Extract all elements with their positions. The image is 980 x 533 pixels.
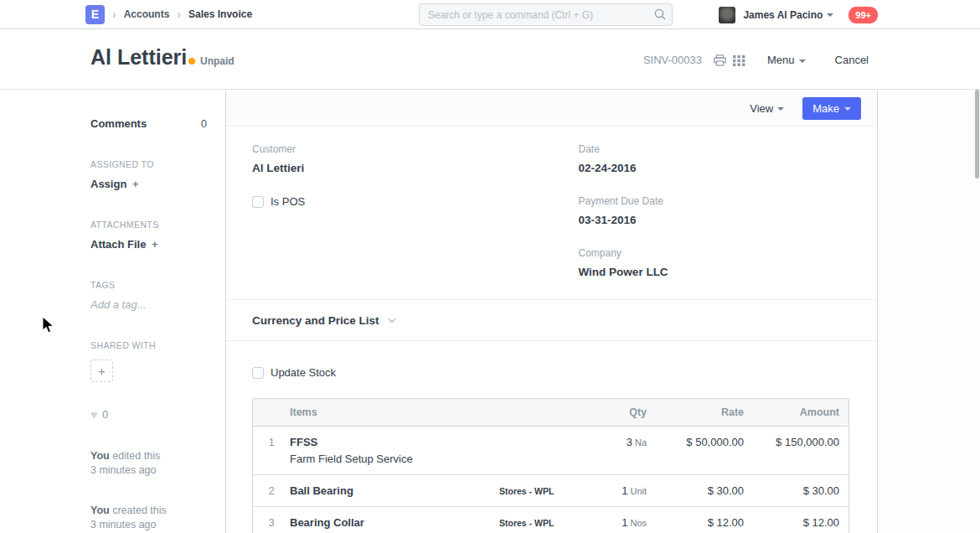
field-section: Customer Al Lettieri Is POS Date 02-24-2… — [252, 127, 849, 299]
share-add-button[interactable]: + — [90, 360, 113, 382]
comments-link[interactable]: Comments — [90, 117, 147, 130]
attach-file-label: Attach File — [90, 238, 146, 251]
date-field[interactable]: Date 02-24-2016 — [579, 143, 850, 174]
currency-price-list-section[interactable]: Currency and Price List — [252, 300, 849, 340]
row-item-cell: FFSS Farm Field Setup Service — [290, 436, 499, 465]
activity-action: edited this — [112, 450, 160, 462]
page-title: Al Lettieri — [90, 45, 187, 70]
user-avatar[interactable] — [719, 7, 735, 23]
table-row[interactable]: 3 Bearing Collar Stores - WPL 1Nos $ 12.… — [253, 506, 848, 533]
notifications-badge[interactable]: 99+ — [848, 7, 878, 23]
update-stock-field[interactable]: Update Stock — [252, 366, 849, 379]
activity-created: You created this 3 minutes ago — [90, 504, 206, 532]
sales-invoice-page: E › Accounts › Sales Invoice James Al Pa… — [0, 0, 980, 533]
shared-with-label: SHARED WITH — [90, 340, 206, 350]
status-dot-icon — [188, 58, 195, 65]
tags-label: TAGS — [90, 280, 206, 290]
item-qty: 3Na — [591, 436, 647, 448]
attachments-label: ATTACHMENTS — [90, 220, 206, 230]
user-menu[interactable]: James Al Pacino — [743, 9, 823, 21]
company-field[interactable]: Company Wind Power LLC — [579, 247, 850, 278]
qty-uom: Nos — [630, 518, 647, 528]
vertical-scrollbar[interactable] — [975, 90, 979, 179]
search-icon — [654, 8, 666, 20]
col-rate: Rate — [647, 406, 744, 418]
col-warehouse — [499, 411, 591, 413]
row-index: 3 — [253, 516, 290, 529]
form-body: Customer Al Lettieri Is POS Date 02-24-2… — [226, 127, 877, 533]
cancel-button[interactable]: Cancel — [835, 54, 869, 66]
view-label: View — [750, 102, 773, 115]
is-pos-checkbox[interactable] — [252, 196, 264, 208]
make-label: Make — [812, 102, 839, 115]
field-column-right: Date 02-24-2016 Payment Due Date 03-31-2… — [551, 143, 850, 299]
col-items: Items — [290, 406, 499, 418]
section-title: Currency and Price List — [252, 314, 379, 327]
make-button[interactable]: Make — [802, 97, 861, 120]
item-code: Bearing Collar — [290, 516, 499, 529]
view-button[interactable]: View — [750, 102, 784, 115]
chevron-down-icon — [388, 316, 396, 324]
item-amount: $ 30.00 — [744, 484, 839, 497]
comments-count: 0 — [201, 117, 207, 130]
comments-row: Comments 0 — [90, 117, 207, 130]
page-body: Comments 0 ASSIGNED TO Assign + ATTACHME… — [0, 91, 980, 533]
menu-button[interactable]: Menu — [767, 54, 806, 66]
search-input[interactable] — [419, 3, 673, 26]
activity-action: created this — [112, 505, 167, 516]
date-label: Date — [579, 143, 850, 155]
customer-label: Customer — [252, 143, 551, 155]
items-table: Items Qty Rate Amount 1 FFSS Farm Field … — [252, 398, 849, 533]
qty-value: 1 — [622, 484, 627, 497]
chevron-down-icon — [799, 60, 806, 63]
customer-field[interactable]: Customer Al Lettieri — [252, 143, 551, 174]
attach-file-button[interactable]: Attach File + — [90, 238, 206, 251]
status-badge: Unpaid — [188, 55, 235, 67]
activity-who: You — [90, 450, 110, 462]
table-row[interactable]: 1 FFSS Farm Field Setup Service 3Na $ 50… — [253, 427, 848, 474]
customer-value: Al Lettieri — [252, 162, 551, 174]
item-description: Farm Field Setup Service — [290, 453, 499, 465]
section-divider — [226, 340, 877, 341]
global-search — [419, 3, 673, 26]
col-amount: Amount — [744, 406, 839, 418]
payment-due-date-field[interactable]: Payment Due Date 03-31-2016 — [579, 195, 850, 226]
item-qty: 1Unit — [591, 484, 647, 497]
print-icon[interactable] — [714, 54, 726, 66]
item-code: FFSS — [290, 436, 499, 448]
likes-count: 0 — [102, 408, 108, 421]
item-warehouse: Stores - WPL — [499, 516, 591, 528]
row-item-cell: Ball Bearing — [290, 484, 499, 497]
breadcrumb-accounts[interactable]: Accounts — [124, 8, 170, 20]
update-stock-checkbox[interactable] — [252, 367, 264, 379]
assigned-to-label: ASSIGNED TO — [90, 159, 206, 169]
assign-button[interactable]: Assign + — [90, 178, 206, 190]
breadcrumb-sales-invoice[interactable]: Sales Invoice — [188, 8, 252, 20]
is-pos-label: Is POS — [271, 195, 305, 208]
items-table-header: Items Qty Rate Amount — [253, 399, 848, 427]
qty-uom: Unit — [630, 486, 647, 496]
page-head-actions: SINV-00033 Menu Cancel — [643, 54, 869, 66]
navbar-user-area: James Al Pacino 99+ — [719, 0, 878, 29]
is-pos-field[interactable]: Is POS — [252, 195, 551, 208]
form-main: View Make Customer Al Lettieri I — [226, 91, 878, 533]
payment-due-date-value: 03-31-2016 — [579, 214, 850, 226]
table-row[interactable]: 2 Ball Bearing Stores - WPL 1Unit $ 30.0… — [253, 474, 848, 506]
item-qty: 1Nos — [591, 516, 647, 529]
activity-when: 3 minutes ago — [90, 519, 157, 530]
grid-view-icon[interactable] — [733, 54, 745, 66]
row-index: 1 — [253, 436, 290, 448]
col-qty: Qty — [591, 406, 647, 418]
activity-edited: You edited this 3 minutes ago — [90, 449, 206, 478]
right-gutter — [878, 91, 980, 533]
date-value: 02-24-2016 — [579, 162, 850, 174]
chevron-right-icon: › — [177, 8, 181, 21]
add-tag-input[interactable]: Add a tag... — [90, 298, 206, 311]
item-amount: $ 12.00 — [744, 516, 839, 529]
item-warehouse: Stores - WPL — [499, 484, 591, 496]
item-amount: $ 150,000.00 — [744, 436, 839, 448]
app-logo[interactable]: E — [85, 5, 105, 24]
company-label: Company — [579, 247, 850, 259]
activity-when: 3 minutes ago — [90, 464, 157, 476]
likes-widget[interactable]: ♥ 0 — [90, 407, 206, 422]
